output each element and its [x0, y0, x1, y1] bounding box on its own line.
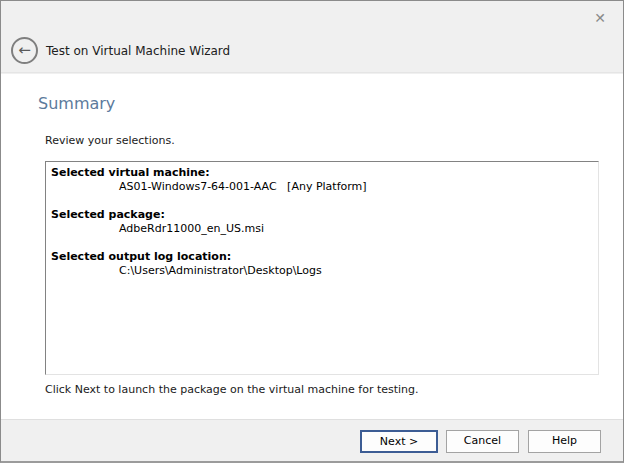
button-bar: Next > Cancel Help — [1, 419, 623, 461]
summary-label: Selected virtual machine: — [51, 166, 593, 180]
summary-item-virtual-machine: Selected virtual machine: AS01-Windows7-… — [51, 166, 593, 194]
summary-value: AS01-Windows7-64-001-AAC [Any Platform] — [51, 180, 593, 194]
cancel-button[interactable]: Cancel — [446, 430, 519, 453]
screen: ✕ ← Test on Virtual Machine Wizard Summa… — [0, 0, 624, 469]
page-title: Summary — [38, 94, 115, 113]
summary-value: C:\Users\Administrator\Desktop\Logs — [51, 264, 593, 278]
instruction-text: Review your selections. — [45, 134, 175, 147]
summary-item-output-log: Selected output log location: C:\Users\A… — [51, 250, 593, 278]
wizard-header: ✕ ← Test on Virtual Machine Wizard — [1, 1, 623, 73]
wizard-body: Summary Review your selections. Selected… — [1, 74, 623, 420]
help-button[interactable]: Help — [528, 430, 601, 453]
close-icon[interactable]: ✕ — [589, 7, 611, 29]
summary-label: Selected package: — [51, 208, 593, 222]
wizard-title: Test on Virtual Machine Wizard — [46, 44, 230, 58]
back-button[interactable]: ← — [11, 37, 38, 64]
summary-value: AdbeRdr11000_en_US.msi — [51, 222, 593, 236]
summary-label: Selected output log location: — [51, 250, 593, 264]
next-hint-text: Click Next to launch the package on the … — [45, 383, 419, 396]
wizard-window: ✕ ← Test on Virtual Machine Wizard Summa… — [0, 0, 624, 463]
back-arrow-icon: ← — [18, 41, 31, 59]
next-button[interactable]: Next > — [360, 430, 438, 453]
summary-item-package: Selected package: AdbeRdr11000_en_US.msi — [51, 208, 593, 236]
summary-panel: Selected virtual machine: AS01-Windows7-… — [45, 161, 599, 375]
